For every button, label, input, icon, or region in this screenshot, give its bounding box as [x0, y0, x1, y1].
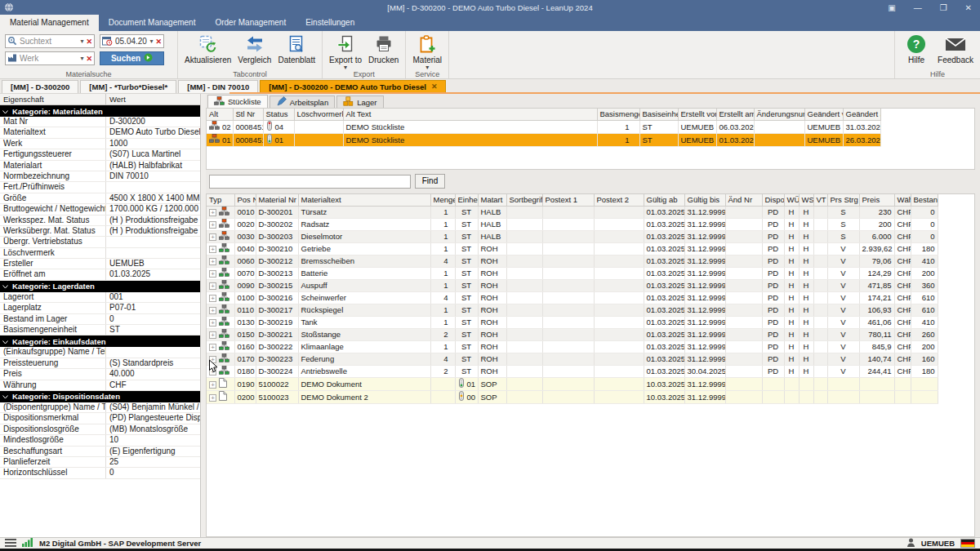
ribbon-tab-order-management[interactable]: Order Management	[205, 15, 296, 31]
chevron-down-icon[interactable]: ▾	[80, 55, 83, 62]
property-row[interactable]: Materialart(HALB) Halbfabrikat	[0, 161, 200, 171]
menu-icon[interactable]	[5, 539, 16, 549]
column-header[interactable]: Währ	[894, 194, 911, 206]
bom-list-row[interactable]: 010008451001DEMO Stückliste1STUEMUEB01.0…	[207, 133, 880, 146]
column-header[interactable]: Postext 1	[542, 194, 594, 206]
category-header[interactable]: Kategorie: Materialdaten	[0, 105, 200, 117]
property-row[interactable]: Fert./Prüfhinweis	[0, 182, 200, 193]
werk-combobox[interactable]: ▾ ✕	[5, 51, 95, 65]
property-row[interactable]: Dispositionsmerkmal(PD) Plangesteuerte D…	[0, 413, 200, 424]
bom-item-row[interactable]: +0130D-300219Tank1STROH01.03.202531.12.9…	[207, 316, 938, 328]
property-row[interactable]: Übergr. Vertriebstatus	[0, 237, 200, 247]
ribbon-tab-material-management[interactable]: Material Management	[0, 15, 99, 31]
column-header[interactable]: Dispo	[762, 194, 784, 206]
column-header[interactable]: Postext 2	[594, 194, 644, 206]
column-header[interactable]: Menge	[430, 194, 455, 206]
expand-icon[interactable]: +	[209, 344, 216, 351]
property-row[interactable]: NormbezeichnungDIN 70010	[0, 171, 200, 182]
bom-item-row[interactable]: +01905100022DEMO Dokument01SOP10.03.2025…	[207, 377, 938, 390]
column-header[interactable]: Änderungsnummer	[754, 109, 804, 120]
column-header[interactable]: Einheit	[455, 194, 478, 206]
feedback-button[interactable]: Feedback	[934, 33, 977, 65]
property-row[interactable]: Preis40.000	[0, 369, 200, 380]
property-row[interactable]: Mindestlosgröße10	[0, 435, 200, 446]
ribbon-tab-document-management[interactable]: Document Management	[99, 15, 206, 31]
bom-item-row[interactable]: +0180D-300224Antriebswelle2STROH01.03.20…	[207, 365, 938, 377]
tab-lager[interactable]: Lager	[336, 96, 383, 108]
column-header[interactable]: VT	[813, 194, 827, 206]
property-row[interactable]: Werksspez. Mat. Status(H ) Produktionsfr…	[0, 216, 200, 226]
column-header[interactable]: Wert	[106, 94, 129, 104]
clear-icon[interactable]: ✕	[155, 38, 162, 46]
close-tab-icon[interactable]: ✕	[431, 81, 438, 93]
expand-icon[interactable]: +	[209, 233, 216, 241]
drucken-button[interactable]: Drucken	[365, 33, 402, 65]
expand-icon[interactable]: +	[209, 319, 216, 327]
column-header[interactable]: Änd Nr	[725, 194, 762, 206]
column-header[interactable]: Pos Nr	[234, 194, 256, 206]
column-header[interactable]: Basismenge	[597, 109, 639, 120]
bom-item-row[interactable]: +0010D-300201Türsatz1STHALB01.03.202531.…	[207, 206, 938, 218]
column-header[interactable]: WÜ	[784, 194, 799, 206]
export-to-button[interactable]: Export to▾	[326, 33, 365, 70]
property-row[interactable]: MaterialtextDEMO Auto Turbo Diesel	[0, 127, 200, 138]
category-header[interactable]: Kategorie: Einkaufsdaten	[0, 335, 200, 347]
date-input[interactable]	[115, 37, 147, 46]
column-header[interactable]: Prs Strg	[827, 194, 859, 206]
expand-icon[interactable]: +	[209, 221, 216, 229]
bom-item-row[interactable]: +0040D-300210Getriebe1STROH01.03.202531.…	[207, 242, 938, 255]
property-row[interactable]: Planlieferzeit25	[0, 457, 200, 468]
window-pin-icon[interactable]: ▣	[888, 3, 895, 12]
bom-item-row[interactable]: +0100D-300216Scheinwerfer4STROH01.03.202…	[207, 291, 938, 304]
bom-item-row[interactable]: +0090D-300215Auspuff1STROH01.03.202531.1…	[207, 279, 938, 291]
chevron-down-icon[interactable]: ▾	[80, 38, 83, 45]
property-row[interactable]: Horizontschlüssel0	[0, 468, 200, 478]
date-picker[interactable]: ▾ ✕	[100, 34, 164, 48]
suchen-button[interactable]: Suchen	[100, 51, 164, 65]
column-header[interactable]: Typ	[207, 194, 234, 206]
document-tab[interactable]: [MM] - D-300200 - DEMO Auto Turbo Diesel…	[260, 80, 446, 93]
property-row[interactable]: Mat NrD-300200	[0, 117, 200, 127]
german-flag-icon[interactable]	[960, 539, 975, 548]
column-header[interactable]: Geändert am	[843, 109, 880, 120]
property-row[interactable]: Bestand im Lager0	[0, 314, 200, 325]
expand-icon[interactable]: +	[209, 394, 216, 402]
category-header[interactable]: Kategorie: Dispositionsdaten	[0, 391, 200, 402]
category-header[interactable]: Kategorie: Lagerdaten	[0, 281, 200, 292]
bom-item-row[interactable]: +0150D-300221Stoßstange2STROH01.03.20253…	[207, 328, 938, 340]
column-header[interactable]: Basiseinheit	[639, 109, 678, 120]
property-row[interactable]: (Einkaufsgruppe) Name / Tel	[0, 347, 200, 358]
column-header[interactable]: Materialtext	[298, 194, 430, 206]
property-row[interactable]: Bruttogewicht / Nettogewicht1700.000 KG …	[0, 204, 200, 215]
property-row[interactable]: (Disponentgruppe) Name / Tel(S04) Benjam…	[0, 402, 200, 413]
expand-icon[interactable]: +	[209, 381, 216, 389]
expand-icon[interactable]: +	[209, 356, 216, 363]
document-tab[interactable]: [MM] - D-300200	[2, 80, 78, 93]
bom-list-row[interactable]: 020008451004DEMO Stückliste1STUEMUEB06.0…	[207, 120, 880, 133]
material-button[interactable]: Material▾	[409, 33, 445, 70]
ribbon-tab-einstellungen[interactable]: Einstellungen	[296, 15, 364, 31]
property-row[interactable]: BasismengeneinheitST	[0, 325, 200, 335]
expand-icon[interactable]: +	[209, 307, 216, 314]
property-row[interactable]: Beschaffungsart(E) Eigenfertigung	[0, 447, 200, 457]
tab-arbeitsplan[interactable]: Arbeitsplan	[270, 96, 336, 108]
find-button[interactable]: Find	[415, 174, 445, 189]
property-row[interactable]: Werk1000	[0, 139, 200, 149]
column-header[interactable]: Geändert von	[804, 109, 843, 120]
close-icon[interactable]: ✕	[965, 3, 972, 12]
expand-icon[interactable]: +	[209, 331, 216, 339]
expand-icon[interactable]: +	[209, 246, 216, 253]
expand-icon[interactable]: +	[209, 258, 216, 265]
column-header[interactable]: Gültig bis	[684, 194, 725, 206]
find-input[interactable]	[209, 175, 411, 189]
clear-icon[interactable]: ✕	[86, 38, 92, 46]
expand-icon[interactable]: +	[209, 209, 216, 216]
property-row[interactable]: Preissteuerung(S) Standardpreis	[0, 358, 200, 369]
column-header[interactable]: Bestand	[911, 194, 938, 206]
datenblatt-button[interactable]: Datenblatt	[274, 33, 318, 65]
expand-icon[interactable]: +	[209, 270, 216, 278]
bom-item-row[interactable]: +0110D-300217Rückspiegel1STROH01.03.2025…	[207, 304, 938, 316]
bom-item-row[interactable]: +0170D-300223Federung4STROH01.03.202531.…	[207, 353, 938, 365]
document-tab[interactable]: [MM] - DIN 70010	[178, 80, 258, 93]
clear-icon[interactable]: ✕	[86, 55, 92, 63]
